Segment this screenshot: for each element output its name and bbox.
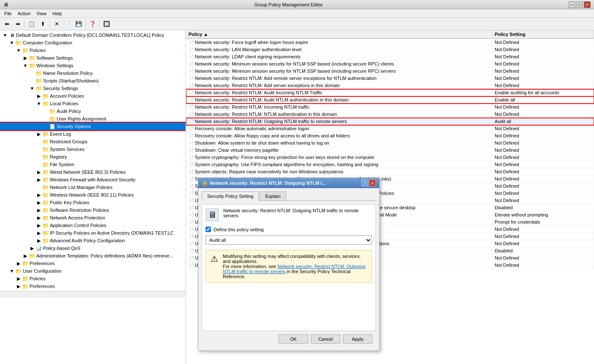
dialog-title-text: Network security: Restrict NTLM: Outgoin… (210, 181, 361, 186)
dialog: 🔒 Network security: Restrict NTLM: Outgo… (198, 178, 380, 351)
maximize-button[interactable]: □ (576, 1, 583, 8)
menu-bar: File Action View Help (0, 9, 594, 18)
minimize-button[interactable]: ─ (569, 1, 575, 8)
tb-forward-button[interactable]: ➡ (13, 19, 23, 29)
menu-help[interactable]: Help (50, 10, 65, 17)
title-bar: 🖥 Group Policy Management Editor ─ □ ✕ (0, 0, 594, 9)
warning-icon: ⚠ (209, 254, 219, 264)
warning-more: For more information, see (223, 264, 277, 269)
dialog-apply-button[interactable]: Apply (343, 334, 372, 344)
tb-back-button[interactable]: ⬅ (2, 19, 12, 29)
dialog-ok-button[interactable]: OK (279, 334, 308, 344)
dialog-tabs: Security Policy Setting Explain (202, 192, 376, 201)
dialog-controls: ? ✕ (361, 180, 376, 186)
dialog-icon: 🔒 (202, 180, 208, 186)
define-policy-checkbox[interactable] (205, 227, 211, 232)
title-bar-title: Group Policy Management Editor (8, 2, 569, 7)
tb-show-hide-button[interactable]: 📋 (27, 19, 37, 29)
title-bar-icon: 🖥 (3, 2, 8, 8)
tb-properties-button[interactable]: 📄 (63, 19, 73, 29)
warning-main: Modifying this setting may affect compat… (223, 254, 361, 264)
dialog-buttons: OK Cancel Apply (202, 331, 376, 347)
define-policy-label: Define this policy setting (214, 227, 264, 232)
tb-view-button[interactable]: 🔲 (101, 19, 112, 29)
tb-export-button[interactable]: 💾 (74, 19, 84, 29)
dialog-title-bar: 🔒 Network security: Restrict NTLM: Outgo… (198, 178, 379, 188)
tb-up-button[interactable]: ⬆ (38, 19, 48, 29)
tb-help-button[interactable]: ❓ (88, 19, 98, 29)
policy-value-dropdown[interactable]: Allow all Audit all Deny all (205, 235, 372, 245)
toolbar: ⬅ ➡ 📋 ⬆ ✕ 📄 💾 ❓ 🔲 (0, 18, 594, 30)
dialog-policy-title: Network security: Restrict NTLM: Outgoin… (223, 208, 372, 218)
main-content: ▼ 🖥 Default Domain Controllers Policy [D… (0, 30, 594, 364)
dialog-close-button[interactable]: ✕ (369, 180, 376, 186)
dialog-policy-header: 🖥 Network security: Restrict NTLM: Outgo… (205, 208, 372, 222)
dialog-cancel-button[interactable]: Cancel (311, 334, 340, 344)
tab-explain[interactable]: Explain (260, 192, 286, 200)
tb-delete-button[interactable]: ✕ (52, 19, 62, 29)
menu-action[interactable]: Action (15, 10, 33, 17)
tab-security-policy-setting[interactable]: Security Policy Setting (202, 192, 259, 201)
warning-text: Modifying this setting may affect compat… (223, 254, 368, 279)
dialog-policy-icon: 🖥 (205, 208, 219, 222)
dialog-warning: ⚠ Modifying this setting may affect comp… (205, 250, 372, 283)
close-button[interactable]: ✕ (584, 1, 591, 8)
title-bar-controls: ─ □ ✕ (569, 1, 591, 8)
dialog-checkbox-row: Define this policy setting (205, 227, 372, 232)
dialog-content: 🖥 Network security: Restrict NTLM: Outgo… (202, 204, 376, 331)
menu-view[interactable]: View (34, 10, 49, 17)
dialog-help-button[interactable]: ? (361, 180, 368, 186)
dialog-overlay: 🔒 Network security: Restrict NTLM: Outgo… (0, 30, 594, 364)
menu-file[interactable]: File (2, 10, 14, 17)
dialog-body: Security Policy Setting Explain 🖥 Networ… (198, 188, 379, 350)
